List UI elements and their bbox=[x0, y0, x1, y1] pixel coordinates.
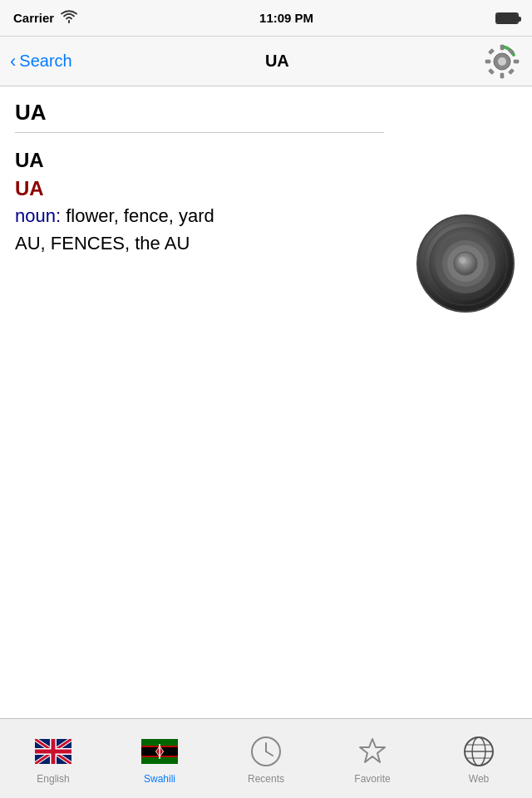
tab-favorite[interactable]: Favorite bbox=[319, 719, 426, 798]
pos-definition: flower, fence, yard bbox=[61, 205, 214, 226]
svg-marker-38 bbox=[360, 739, 385, 762]
swahili-flag-icon bbox=[141, 733, 178, 770]
svg-rect-9 bbox=[508, 68, 514, 74]
english-flag-icon bbox=[35, 733, 71, 770]
status-bar: Carrier 11:09 PM bbox=[0, 0, 532, 37]
favorite-tab-label: Favorite bbox=[354, 773, 390, 785]
favorite-icon bbox=[354, 733, 391, 770]
battery-indicator bbox=[495, 12, 519, 24]
svg-point-1 bbox=[498, 57, 506, 66]
nav-title: UA bbox=[265, 52, 289, 71]
svg-rect-3 bbox=[500, 73, 504, 78]
word-phonetic: UA bbox=[15, 175, 517, 203]
battery-icon bbox=[495, 12, 519, 24]
settings-button[interactable] bbox=[482, 42, 522, 81]
status-time: 11:09 PM bbox=[259, 11, 313, 25]
back-chevron-icon: ‹ bbox=[10, 52, 16, 71]
svg-rect-5 bbox=[514, 60, 519, 63]
gear-icon bbox=[484, 43, 520, 80]
wifi-icon bbox=[61, 10, 77, 26]
tab-english[interactable]: English bbox=[0, 719, 106, 798]
nav-bar: ‹ Search UA bbox=[0, 37, 532, 86]
back-label: Search bbox=[19, 52, 71, 71]
svg-line-37 bbox=[266, 751, 273, 756]
svg-point-18 bbox=[459, 257, 466, 264]
svg-rect-27 bbox=[35, 749, 71, 753]
recents-icon bbox=[248, 733, 284, 770]
carrier-label: Carrier bbox=[13, 11, 54, 25]
recents-tab-label: Recents bbox=[248, 773, 284, 785]
web-tab-label: Web bbox=[469, 773, 489, 785]
svg-rect-6 bbox=[488, 48, 494, 54]
back-button[interactable]: ‹ Search bbox=[10, 52, 72, 71]
carrier-info: Carrier bbox=[13, 10, 77, 26]
kenya-flag bbox=[141, 739, 178, 764]
word-main: UA bbox=[15, 146, 517, 175]
tab-recents[interactable]: Recents bbox=[213, 719, 319, 798]
tab-web[interactable]: Web bbox=[426, 719, 532, 798]
swahili-tab-label: Swahili bbox=[144, 773, 175, 785]
main-content: UA bbox=[0, 86, 532, 270]
pos-label: noun: bbox=[15, 205, 61, 226]
svg-rect-8 bbox=[488, 68, 494, 74]
speaker-icon bbox=[407, 209, 524, 318]
tab-swahili[interactable]: Swahili bbox=[106, 719, 213, 798]
svg-point-17 bbox=[454, 252, 477, 275]
speaker-button[interactable] bbox=[407, 209, 524, 318]
english-tab-label: English bbox=[37, 773, 69, 785]
divider bbox=[15, 132, 384, 133]
word-header: UA bbox=[15, 100, 517, 126]
uk-flag bbox=[35, 739, 71, 764]
tab-bar: English Swahili Recents bbox=[0, 718, 532, 798]
web-icon bbox=[461, 733, 497, 770]
svg-rect-2 bbox=[500, 45, 504, 50]
svg-rect-4 bbox=[485, 60, 490, 63]
